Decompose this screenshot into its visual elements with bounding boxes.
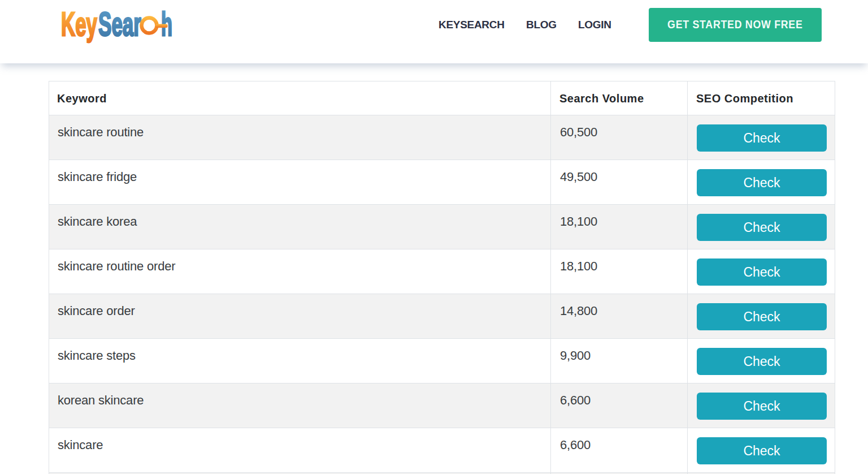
svg-text:Sear: Sear [98, 5, 141, 43]
svg-text:Key: Key [61, 5, 97, 43]
